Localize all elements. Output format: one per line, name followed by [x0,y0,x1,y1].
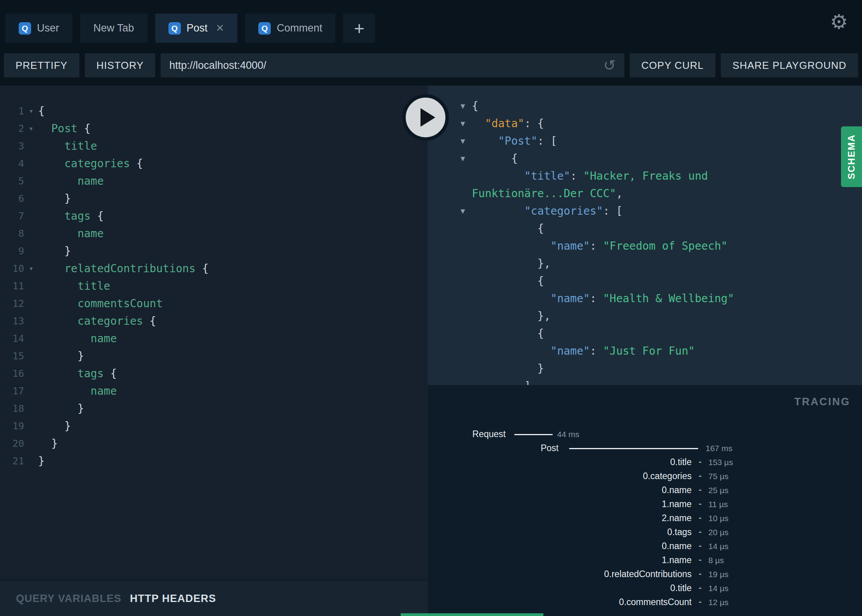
tab-label: Comment [277,22,322,34]
tracing-value: 14 µs [708,584,729,593]
query-editor-pane[interactable]: 1▾{2▾ Post {3▾ title4▾ categories {5▾ na… [0,86,428,616]
tracing-label: 0.title [428,457,692,467]
code-text: name [38,330,117,347]
prettify-button[interactable]: PRETTIFY [4,53,79,77]
fold-arrow-icon[interactable]: ▾ [24,260,38,277]
fold-arrow-icon[interactable]: ▾ [24,102,38,120]
response-text: } [472,360,544,377]
share-playground-button[interactable]: SHARE PLAYGROUND [721,53,858,77]
reload-icon[interactable]: ↺ [603,58,616,73]
tracing-label: 0.categories [428,471,692,481]
tracing-label: Request [428,429,506,439]
partial-tracing-bar [401,613,543,616]
graphql-query-icon: Q [168,22,181,35]
tracing-value: 25 µs [708,486,729,495]
response-text: "data": { [472,115,544,132]
response-line: { [428,325,862,342]
tab-label: New Tab [93,22,134,34]
tracing-value: 10 µs [708,514,729,523]
response-text: { [472,220,544,237]
response-text: }, [472,307,550,325]
fold-arrow-icon[interactable]: ▾ [24,120,38,137]
response-line: }, [428,307,862,325]
collapse-arrow-icon[interactable]: ▼ [461,150,470,167]
line-number: 11 [0,277,24,295]
url-input[interactable] [169,60,603,72]
query-variables-tab[interactable]: QUERY VARIABLES [16,593,121,605]
response-line: "name": "Freedom of Speech" [428,237,862,255]
tab-label: Post [187,22,208,34]
code-line: 21▾} [0,452,428,470]
tracing-label: 1.name [428,499,692,509]
code-text: Post { [38,120,91,137]
graphql-query-icon: Q [258,22,271,35]
collapse-arrow-icon[interactable]: ▼ [461,202,470,220]
code-text: tags { [38,207,104,225]
execute-query-button[interactable] [402,94,449,141]
code-text: categories { [38,155,143,172]
response-text: "title": "Hacker, Freaks und [472,167,708,185]
tracing-label: 0.name [428,485,692,495]
tracing-tick: - [699,527,702,537]
tracing-value: 12 µs [708,598,729,607]
tracing-row: 2.name-10 µs [428,512,862,526]
code-line: 13▾ categories { [0,312,428,330]
history-button[interactable]: HISTORY [85,53,156,77]
response-line: ▼ "categories": [ [428,202,862,220]
tracing-tick: - [699,457,702,467]
editor-bottom-bar: QUERY VARIABLES HTTP HEADERS [0,581,428,616]
tracing-row: 0.name-14 µs [428,540,862,554]
line-number: 13 [0,312,24,330]
collapse-arrow-icon[interactable]: ▼ [461,115,470,132]
settings-gear-icon[interactable]: ⚙ [830,12,848,32]
tab-new-tab[interactable]: New Tab [80,14,147,43]
response-line: "title": "Hacker, Freaks und [428,167,862,185]
tracing-row: 0.name-25 µs [428,484,862,498]
tracing-row: 0.title-153 µs [428,456,862,470]
line-number: 19 [0,417,24,435]
code-text: } [38,347,84,365]
code-line: 8▾ name [0,225,428,242]
copy-curl-button[interactable]: COPY CURL [630,53,715,77]
url-bar: ↺ [161,53,624,77]
collapse-arrow-icon[interactable]: ▼ [461,97,470,115]
response-text: "name": "Health & Wellbeing" [472,290,734,307]
tracing-label: Post [428,443,559,453]
line-number: 20 [0,435,24,452]
code-line: 14▾ name [0,330,428,347]
tracing-tick: - [699,541,702,551]
result-pane: ▼{▼ "data": {▼ "Post": [▼ { "title": "Ha… [428,86,862,616]
response-text: { [472,325,544,342]
http-headers-tab[interactable]: HTTP HEADERS [130,593,216,605]
tracing-tick: - [699,583,702,593]
response-text: { [472,97,478,115]
response-line: ▼ "data": { [428,115,862,132]
line-number: 6 [0,190,24,207]
schema-tab[interactable]: SCHEMA [841,126,862,187]
code-text: } [38,417,71,435]
graphql-playground-window: QUserNew TabQPost✕QComment + ⚙ PRETTIFY … [0,0,862,616]
tab-user[interactable]: QUser [5,14,72,43]
collapse-arrow-icon[interactable]: ▼ [461,132,470,150]
code-text: name [38,172,104,190]
tracing-bar [514,434,553,435]
code-text: } [38,190,71,207]
line-number: 4 [0,155,24,172]
response-line: ▼ "Post": [ [428,132,862,150]
tab-comment[interactable]: QComment [245,14,335,43]
response-text: "name": "Freedom of Speech" [472,237,727,255]
new-tab-button[interactable]: + [343,14,375,43]
tracing-row: Request44 ms [428,428,862,442]
tracing-row: 0.commentsCount-12 µs [428,596,862,610]
code-line: 11▾ title [0,277,428,295]
code-text: } [38,400,84,417]
response-line: Funktionäre...Der CCC", [428,185,862,202]
tab-post[interactable]: QPost✕ [155,14,238,43]
code-text: name [38,225,104,242]
response-line: }, [428,255,862,272]
tracing-tick: - [699,555,702,565]
code-text: name [38,382,117,400]
tracing-label: 1.name [428,555,692,565]
close-icon[interactable]: ✕ [216,22,224,34]
tab-list: QUserNew TabQPost✕QComment [5,14,335,43]
